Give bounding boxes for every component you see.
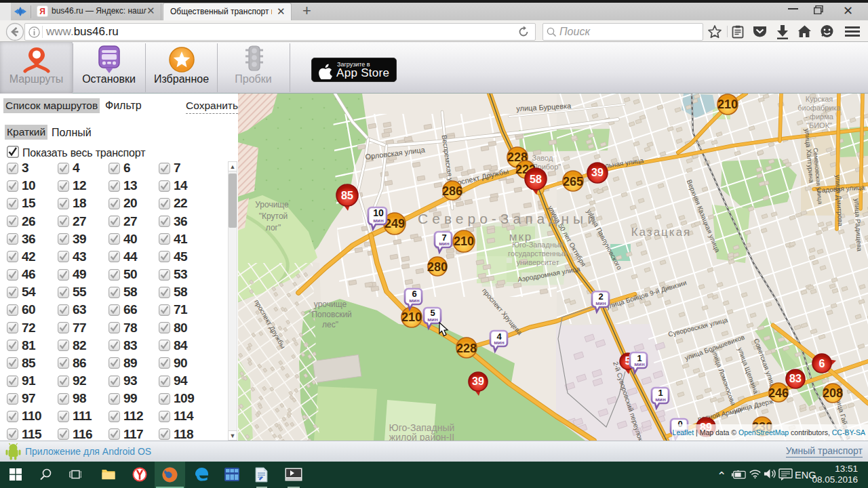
svg-text:университет: университет	[516, 258, 559, 266]
svg-text:39: 39	[591, 167, 604, 178]
svg-text:Северо-Западный: Северо-Западный	[418, 211, 599, 226]
svg-text:государственный: государственный	[508, 249, 568, 258]
svg-text:Leaflet | Map data © OpenStree: Leaflet | Map data © OpenStreetMap contr…	[673, 428, 865, 436]
svg-text:249: 249	[384, 217, 405, 230]
svg-text:мин: мин	[595, 300, 606, 306]
svg-text:39: 39	[472, 375, 484, 387]
svg-text:246: 246	[768, 386, 789, 400]
svg-text:210: 210	[717, 98, 738, 111]
svg-text:280: 280	[427, 260, 448, 274]
svg-text:мин: мин	[373, 218, 384, 224]
svg-text:228: 228	[456, 342, 477, 355]
svg-text:Урочище: Урочище	[255, 200, 289, 209]
svg-text:"Поповский: "Поповский	[309, 310, 352, 319]
svg-text:мин: мин	[409, 298, 420, 304]
svg-text:"Крутой: "Крутой	[259, 211, 288, 221]
svg-text:10: 10	[373, 207, 384, 218]
svg-text:265: 265	[563, 175, 583, 188]
svg-text:210: 210	[401, 310, 422, 324]
svg-text:биофабрика: биофабрика	[797, 104, 841, 112]
svg-text:мин: мин	[494, 340, 505, 346]
svg-text:- фирма: - фирма	[805, 113, 834, 121]
svg-text:мин: мин	[655, 396, 666, 403]
svg-text:85: 85	[341, 190, 353, 201]
svg-text:210: 210	[454, 235, 474, 248]
svg-text:208: 208	[823, 386, 843, 400]
svg-text:Казацкая: Казацкая	[631, 226, 692, 239]
svg-text:Юго-Западный: Юго-Западный	[512, 241, 564, 249]
svg-text:мин: мин	[427, 317, 438, 323]
svg-text:урочище: урочище	[314, 300, 347, 309]
svg-text:6: 6	[819, 358, 825, 369]
svg-text:83: 83	[789, 373, 802, 384]
svg-text:"БИОК": "БИОК"	[806, 121, 832, 129]
svg-text:жилой район-II: жилой район-II	[389, 432, 454, 441]
svg-text:мин: мин	[439, 241, 450, 247]
svg-text:лес": лес"	[322, 320, 338, 329]
svg-text:Завод: Завод	[532, 154, 553, 162]
svg-text:58: 58	[530, 174, 542, 185]
svg-text:лог": лог"	[266, 223, 281, 232]
svg-text:мин: мин	[634, 361, 645, 367]
svg-text:Курская: Курская	[806, 95, 833, 103]
svg-text:286: 286	[442, 184, 462, 198]
